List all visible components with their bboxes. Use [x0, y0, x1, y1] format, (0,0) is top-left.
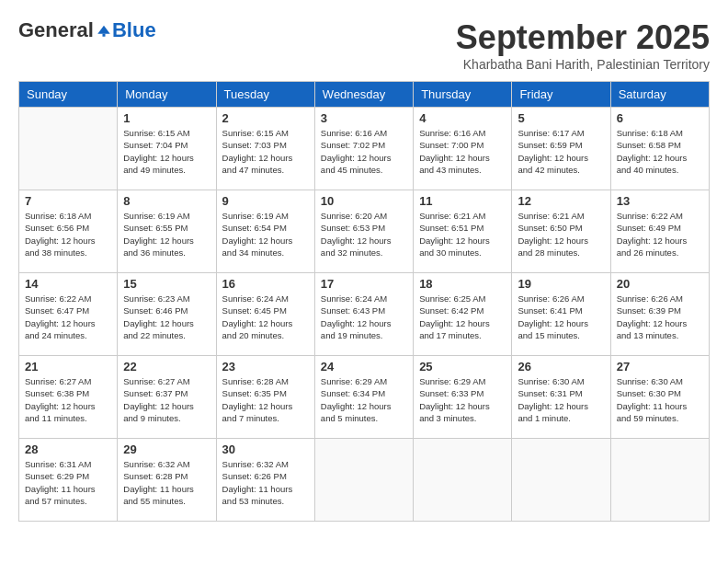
month-title: September 2025: [456, 18, 710, 57]
title-section: September 2025 Kharbatha Bani Harith, Pa…: [456, 18, 710, 72]
logo: General Blue: [18, 18, 156, 42]
day-number: 11: [419, 194, 506, 208]
day-number: 27: [617, 360, 703, 373]
calendar-header-sunday: Sunday: [19, 82, 118, 108]
calendar-cell: 12Sunrise: 6:21 AM Sunset: 6:50 PM Dayli…: [512, 190, 610, 273]
day-number: 15: [123, 277, 210, 291]
calendar-cell: [610, 439, 709, 522]
day-number: 12: [518, 194, 604, 208]
day-number: 26: [518, 360, 604, 373]
day-number: 22: [123, 360, 210, 373]
calendar-cell: 19Sunrise: 6:26 AM Sunset: 6:41 PM Dayli…: [512, 273, 610, 356]
calendar-table: SundayMondayTuesdayWednesdayThursdayFrid…: [18, 81, 710, 522]
calendar-cell: 8Sunrise: 6:19 AM Sunset: 6:55 PM Daylig…: [118, 190, 216, 273]
day-number: 23: [222, 360, 309, 373]
calendar-cell: 14Sunrise: 6:22 AM Sunset: 6:47 PM Dayli…: [19, 273, 118, 356]
calendar-header-friday: Friday: [512, 82, 610, 108]
day-number: 6: [617, 111, 703, 125]
svg-rect-0: [102, 34, 105, 37]
calendar-cell: 15Sunrise: 6:23 AM Sunset: 6:46 PM Dayli…: [118, 273, 216, 356]
day-number: 29: [123, 442, 210, 456]
day-info: Sunrise: 6:24 AM Sunset: 6:45 PM Dayligh…: [222, 293, 309, 341]
day-info: Sunrise: 6:16 AM Sunset: 7:00 PM Dayligh…: [419, 127, 506, 176]
day-info: Sunrise: 6:15 AM Sunset: 7:03 PM Dayligh…: [222, 127, 309, 176]
calendar-cell: 26Sunrise: 6:30 AM Sunset: 6:31 PM Dayli…: [512, 356, 610, 439]
day-number: 5: [518, 111, 604, 125]
day-info: Sunrise: 6:31 AM Sunset: 6:29 PM Dayligh…: [25, 458, 111, 507]
calendar-header-saturday: Saturday: [610, 82, 709, 108]
calendar-cell: 9Sunrise: 6:19 AM Sunset: 6:54 PM Daylig…: [216, 190, 314, 273]
day-number: 17: [321, 277, 407, 291]
day-info: Sunrise: 6:23 AM Sunset: 6:46 PM Dayligh…: [123, 293, 210, 341]
day-number: 3: [321, 111, 407, 125]
day-info: Sunrise: 6:20 AM Sunset: 6:53 PM Dayligh…: [321, 210, 407, 259]
calendar-cell: 30Sunrise: 6:32 AM Sunset: 6:26 PM Dayli…: [216, 439, 314, 522]
day-info: Sunrise: 6:27 AM Sunset: 6:37 PM Dayligh…: [123, 375, 210, 424]
calendar-cell: 17Sunrise: 6:24 AM Sunset: 6:43 PM Dayli…: [314, 273, 413, 356]
day-number: 19: [518, 277, 604, 291]
calendar-cell: 6Sunrise: 6:18 AM Sunset: 6:58 PM Daylig…: [610, 108, 709, 190]
calendar-cell: 21Sunrise: 6:27 AM Sunset: 6:38 PM Dayli…: [19, 356, 118, 439]
day-info: Sunrise: 6:29 AM Sunset: 6:33 PM Dayligh…: [419, 375, 506, 424]
calendar-cell: 22Sunrise: 6:27 AM Sunset: 6:37 PM Dayli…: [118, 356, 216, 439]
calendar-cell: [512, 439, 610, 522]
day-info: Sunrise: 6:22 AM Sunset: 6:49 PM Dayligh…: [617, 210, 703, 259]
page-header: General Blue September 2025 Kharbatha Ba…: [18, 18, 710, 72]
calendar-week-row-3: 14Sunrise: 6:22 AM Sunset: 6:47 PM Dayli…: [19, 273, 710, 356]
day-number: 20: [617, 277, 703, 291]
day-info: Sunrise: 6:19 AM Sunset: 6:55 PM Dayligh…: [123, 210, 210, 259]
day-number: 25: [419, 360, 506, 373]
calendar-header-row: SundayMondayTuesdayWednesdayThursdayFrid…: [19, 82, 710, 108]
day-info: Sunrise: 6:28 AM Sunset: 6:35 PM Dayligh…: [222, 375, 309, 424]
day-number: 18: [419, 277, 506, 291]
calendar-week-row-2: 7Sunrise: 6:18 AM Sunset: 6:56 PM Daylig…: [19, 190, 710, 273]
day-info: Sunrise: 6:26 AM Sunset: 6:39 PM Dayligh…: [617, 293, 703, 341]
calendar-cell: [414, 439, 512, 522]
day-info: Sunrise: 6:30 AM Sunset: 6:30 PM Dayligh…: [617, 375, 703, 424]
calendar-cell: 4Sunrise: 6:16 AM Sunset: 7:00 PM Daylig…: [414, 108, 512, 190]
calendar-header-wednesday: Wednesday: [314, 82, 413, 108]
day-info: Sunrise: 6:21 AM Sunset: 6:50 PM Dayligh…: [518, 210, 604, 259]
calendar-week-row-5: 28Sunrise: 6:31 AM Sunset: 6:29 PM Dayli…: [19, 439, 710, 522]
calendar-cell: 1Sunrise: 6:15 AM Sunset: 7:04 PM Daylig…: [118, 108, 216, 190]
day-info: Sunrise: 6:19 AM Sunset: 6:54 PM Dayligh…: [222, 210, 309, 259]
calendar-cell: 23Sunrise: 6:28 AM Sunset: 6:35 PM Dayli…: [216, 356, 314, 439]
calendar-cell: 25Sunrise: 6:29 AM Sunset: 6:33 PM Dayli…: [414, 356, 512, 439]
location-text: Kharbatha Bani Harith, Palestinian Terri…: [456, 57, 710, 72]
calendar-cell: [19, 108, 118, 190]
day-info: Sunrise: 6:26 AM Sunset: 6:41 PM Dayligh…: [518, 293, 604, 341]
calendar-cell: 3Sunrise: 6:16 AM Sunset: 7:02 PM Daylig…: [314, 108, 413, 190]
day-number: 2: [222, 111, 309, 125]
day-info: Sunrise: 6:22 AM Sunset: 6:47 PM Dayligh…: [25, 293, 111, 341]
calendar-cell: 11Sunrise: 6:21 AM Sunset: 6:51 PM Dayli…: [414, 190, 512, 273]
day-info: Sunrise: 6:32 AM Sunset: 6:26 PM Dayligh…: [222, 458, 309, 507]
day-number: 1: [123, 111, 210, 125]
logo-icon: [96, 22, 112, 39]
calendar-week-row-1: 1Sunrise: 6:15 AM Sunset: 7:04 PM Daylig…: [19, 108, 710, 190]
day-info: Sunrise: 6:30 AM Sunset: 6:31 PM Dayligh…: [518, 375, 604, 424]
day-number: 4: [419, 111, 506, 125]
day-info: Sunrise: 6:21 AM Sunset: 6:51 PM Dayligh…: [419, 210, 506, 259]
day-number: 10: [321, 194, 407, 208]
day-info: Sunrise: 6:25 AM Sunset: 6:42 PM Dayligh…: [419, 293, 506, 341]
day-info: Sunrise: 6:27 AM Sunset: 6:38 PM Dayligh…: [25, 375, 111, 424]
calendar-cell: 18Sunrise: 6:25 AM Sunset: 6:42 PM Dayli…: [414, 273, 512, 356]
day-info: Sunrise: 6:24 AM Sunset: 6:43 PM Dayligh…: [321, 293, 407, 341]
calendar-week-row-4: 21Sunrise: 6:27 AM Sunset: 6:38 PM Dayli…: [19, 356, 710, 439]
day-info: Sunrise: 6:18 AM Sunset: 6:58 PM Dayligh…: [617, 127, 703, 176]
day-info: Sunrise: 6:16 AM Sunset: 7:02 PM Dayligh…: [321, 127, 407, 176]
calendar-header-tuesday: Tuesday: [216, 82, 314, 108]
day-number: 13: [617, 194, 703, 208]
day-info: Sunrise: 6:17 AM Sunset: 6:59 PM Dayligh…: [518, 127, 604, 176]
day-info: Sunrise: 6:32 AM Sunset: 6:28 PM Dayligh…: [123, 458, 210, 507]
calendar-cell: 7Sunrise: 6:18 AM Sunset: 6:56 PM Daylig…: [19, 190, 118, 273]
logo-general-text: General: [18, 18, 94, 42]
day-info: Sunrise: 6:18 AM Sunset: 6:56 PM Dayligh…: [25, 210, 111, 259]
calendar-cell: [314, 439, 413, 522]
day-number: 16: [222, 277, 309, 291]
day-number: 21: [25, 360, 111, 373]
day-number: 24: [321, 360, 407, 373]
calendar-cell: 27Sunrise: 6:30 AM Sunset: 6:30 PM Dayli…: [610, 356, 709, 439]
calendar-cell: 20Sunrise: 6:26 AM Sunset: 6:39 PM Dayli…: [610, 273, 709, 356]
day-number: 30: [222, 442, 309, 456]
